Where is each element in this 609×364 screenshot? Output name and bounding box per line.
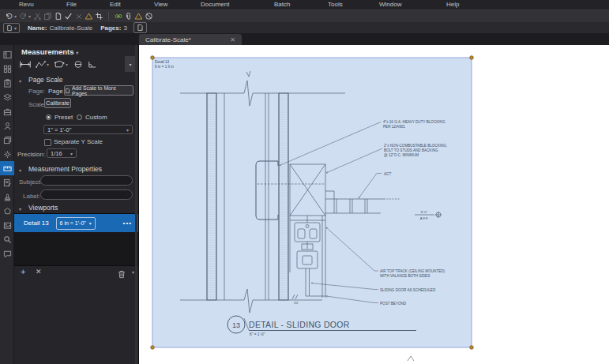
more-options-icon[interactable]: ••• [123, 220, 132, 227]
menu-revu[interactable]: Revu [19, 1, 34, 8]
subject-label: Subject: [19, 178, 42, 186]
add-scale-button[interactable]: Add Scale to More Pages [64, 85, 133, 96]
sidebar-item-properties[interactable] [0, 133, 14, 147]
paste-button[interactable] [53, 11, 63, 22]
toolbar-separator [108, 12, 109, 21]
length-tool-button[interactable] [19, 59, 32, 69]
snapshot-button[interactable] [94, 11, 104, 22]
tab-label: Calibrate-Scale* [145, 36, 225, 43]
section-collapse-icon[interactable]: ▾ [19, 167, 21, 173]
chevron-down-icon: ▾ [76, 51, 78, 55]
sidebar-item-measurements[interactable] [0, 161, 14, 175]
panel-sidebar [0, 45, 14, 364]
svg-text:@ 12"O.C. MINIMUM: @ 12"O.C. MINIMUM [384, 153, 419, 157]
content-block-button[interactable] [144, 11, 154, 22]
section-collapse-icon[interactable]: ▾ [19, 206, 21, 212]
flatten-alert-icon[interactable] [84, 11, 94, 22]
delete-button[interactable] [73, 11, 84, 22]
diameter-tool-button[interactable] [73, 59, 84, 69]
redo-button[interactable] [18, 11, 28, 22]
undo-button[interactable] [4, 11, 14, 22]
sidebar-item-media[interactable] [0, 218, 14, 232]
handle-bottom-left [151, 346, 155, 350]
hyperlink-button[interactable] [113, 11, 123, 22]
more-tools-button[interactable]: ▾ [125, 56, 136, 72]
chevron-down-icon[interactable]: ▾ [47, 62, 49, 67]
preset-radio[interactable] [46, 114, 51, 120]
sidebar-item-capture[interactable] [0, 204, 14, 218]
menu-view[interactable]: View [154, 1, 167, 8]
sidebar-item-thumbnails[interactable] [0, 62, 14, 76]
add-viewport-button[interactable]: + [21, 267, 25, 276]
trash-icon[interactable] [118, 268, 126, 282]
detail-scale: 6" = 1'-0" [250, 332, 265, 336]
preset-radio-label: Preset [55, 114, 73, 121]
polylength-tool-button[interactable]: ▾ [35, 59, 51, 69]
menu-edit[interactable]: Edit [110, 1, 121, 8]
sidebar-item-stamps[interactable] [0, 190, 14, 204]
sidebar-item-profile[interactable] [0, 118, 14, 133]
label-field[interactable] [40, 190, 133, 200]
viewports-list: Detail 13 6 in = 1'-0" ▾ ••• [14, 213, 138, 266]
tab-calibrate-scale[interactable]: Calibrate-Scale* ✕ [139, 34, 242, 45]
page-scale-section-label[interactable]: Page Scale [28, 76, 62, 84]
viewport-selection[interactable] [152, 58, 472, 347]
menu-help[interactable]: Help [446, 1, 459, 8]
sidebar-item-tool-chest[interactable] [0, 104, 14, 118]
attachment-button[interactable] [123, 11, 133, 22]
main-toolbar: ▾ ▾ [0, 9, 609, 22]
sidebar-item-layers[interactable] [0, 90, 14, 104]
angle-tool-button[interactable] [87, 59, 98, 69]
menu-document[interactable]: Document [201, 1, 229, 8]
viewport-scale-dropdown[interactable]: 6 in = 1'-0" ▾ [56, 217, 96, 230]
copy-button[interactable] [43, 11, 53, 22]
page-label: Page: [28, 88, 45, 95]
separate-y-checkbox[interactable] [44, 139, 51, 146]
annotation-blocking2: 2"x NON-COMBUSTABLE BLOCKING, [384, 144, 447, 148]
handle-top-right [470, 56, 474, 60]
menu-tools[interactable]: Tools [328, 1, 343, 8]
svg-text:BOLT TO STUDS AND BACKING: BOLT TO STUDS AND BACKING [384, 148, 438, 152]
delete-viewport-button[interactable]: ✕ [36, 268, 42, 276]
subject-field[interactable] [40, 175, 133, 186]
drawing-canvas[interactable]: Detail 13 6 in = 1 ft in 4"x 16 G.A. HEA… [139, 45, 609, 364]
custom-radio[interactable] [77, 114, 82, 120]
annotation-elevation: 8'-0" [421, 210, 428, 214]
page-select-dropdown[interactable]: ▾ [3, 23, 20, 33]
precision-dropdown[interactable]: 1/16 ▾ [47, 148, 77, 158]
sidebar-item-settings[interactable] [0, 147, 14, 161]
measurement-properties-section-label[interactable]: Measurement Properties [28, 165, 102, 173]
chevron-down-icon[interactable]: ▾ [66, 62, 68, 67]
tab-close-icon[interactable]: ✕ [230, 36, 235, 43]
viewports-section-label[interactable]: Viewports [28, 204, 58, 212]
section-collapse-icon[interactable]: ▾ [19, 78, 21, 84]
panel-title[interactable]: Measurements ▾ [21, 47, 78, 56]
format-painter-button[interactable] [63, 11, 73, 22]
viewport-row-detail-13[interactable]: Detail 13 6 in = 1'-0" ▾ ••• [14, 214, 138, 232]
sidebar-item-comments[interactable] [0, 246, 14, 261]
panel-scrollbar[interactable] [135, 45, 137, 364]
alert-triangle-icon[interactable] [133, 11, 144, 22]
sidebar-item-file-access[interactable] [0, 47, 14, 62]
scale-label: Scale: [28, 101, 46, 108]
menu-window[interactable]: Window [379, 1, 401, 8]
undo-menu-caret[interactable]: ▾ [14, 13, 17, 19]
sidebar-item-bookmarks[interactable] [0, 76, 14, 90]
name-label: Name: [28, 24, 47, 32]
menu-file[interactable]: File [66, 1, 77, 8]
redo-menu-caret[interactable]: ▾ [28, 13, 31, 19]
scale-preset-dropdown[interactable]: 1" = 1'-0" ▾ [43, 125, 133, 134]
custom-radio-label: Custom [85, 114, 107, 121]
calibrate-button[interactable]: Calibrate [44, 98, 71, 108]
chevron-down-icon[interactable]: ▾ [132, 269, 134, 275]
sidebar-item-markups-list[interactable] [0, 175, 14, 190]
menu-batch[interactable]: Batch [274, 1, 290, 8]
cut-button[interactable] [32, 11, 43, 22]
page-svg: Detail 13 6 in = 1 ft in 4"x 16 G.A. HEA… [139, 45, 609, 364]
label-label: Label: [23, 193, 40, 200]
insert-page-button[interactable] [133, 22, 147, 33]
svg-text:A.F.F.: A.F.F. [420, 216, 429, 220]
area-tool-button[interactable]: ▾ [54, 59, 70, 69]
sidebar-item-search[interactable] [0, 232, 14, 246]
viewport-actions: + ✕ ▾ [14, 267, 138, 278]
